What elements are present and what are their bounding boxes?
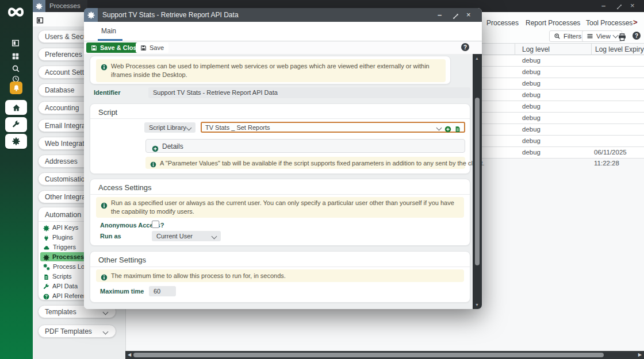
details-label: Details (162, 142, 183, 150)
question-circle-icon (43, 292, 49, 299)
script-section: Script Script Library TV Stats _ Set Rep… (90, 103, 470, 174)
other-settings-section: Other Settings The maximum time to allow… (90, 251, 470, 303)
view-button[interactable]: View (582, 30, 622, 42)
column-header-log-level[interactable]: Log level (522, 44, 550, 55)
scroll-left-icon[interactable]: ◀ (128, 351, 131, 359)
tools-wrench-button[interactable] (5, 117, 27, 132)
dialog-toolbar: Save & Close Save ? (84, 41, 482, 54)
app-tab-label: Processes (49, 0, 80, 12)
info-message: The maximum time to allow this process t… (96, 269, 464, 282)
info-icon (101, 272, 108, 282)
access-settings-section: Access Settings Run as a specified user … (90, 179, 470, 246)
plug-icon (43, 234, 49, 241)
automation-group-title[interactable]: Automation (45, 211, 81, 219)
anonymous-access-checkbox[interactable] (152, 221, 159, 228)
info-icon (101, 61, 108, 72)
other-settings-title: Other Settings (98, 256, 146, 264)
search-icon[interactable] (12, 63, 20, 74)
horizontal-scrollbar-thumb[interactable] (133, 353, 604, 357)
chevron-down-icon (103, 329, 109, 335)
search-plus-icon (554, 33, 561, 40)
info-message: Run as a specified user or always as the… (96, 197, 464, 218)
save-button[interactable]: Save (136, 43, 168, 53)
collapse-sidebar-icon[interactable] (36, 15, 44, 25)
print-icon[interactable] (618, 32, 627, 42)
dialog-scrollbar-thumb[interactable] (475, 98, 480, 265)
dialog-titlebar[interactable]: Support TV Stats - Retrieve Report API D… (84, 8, 482, 22)
dialog-minimize-button[interactable]: – (438, 10, 442, 19)
settings-gear-button[interactable] (5, 134, 27, 149)
dialog-tab-strip: Main (84, 22, 482, 41)
gear-icon (43, 224, 49, 231)
column-header-log-level-expiry[interactable]: Log level Expiry (595, 44, 644, 55)
window-maximize-button[interactable] (616, 2, 623, 10)
maximum-time-label: Maximum time (100, 288, 144, 295)
dialog-content: Web Processes can be used to implement w… (84, 54, 482, 309)
info-text: Web Processes can be used to implement w… (111, 62, 440, 79)
info-icon (101, 200, 108, 210)
divider (90, 194, 470, 195)
info-icon (150, 159, 156, 169)
plus-circle-icon (152, 143, 159, 153)
floppy-icon (91, 44, 97, 52)
help-icon[interactable]: ? (632, 32, 641, 40)
tab-tool-processes[interactable]: Tool Processes (586, 19, 632, 27)
gears-icon (43, 263, 50, 270)
identifier-value[interactable]: Support TV Stats - Retrieve Report API D… (148, 87, 470, 98)
chevron-down-icon (186, 125, 192, 131)
divider (90, 118, 470, 119)
sidebar-item-pdf-templates[interactable]: PDF Templates (38, 325, 116, 338)
window-minimize-button[interactable]: – (601, 2, 605, 10)
wrench-icon (43, 283, 49, 289)
gear-icon (43, 253, 49, 260)
info-message: Web Processes can be used to implement w… (96, 59, 446, 82)
home-button[interactable] (5, 100, 27, 115)
add-script-icon[interactable] (444, 124, 451, 133)
info-text: The maximum time to allow this process t… (111, 272, 456, 280)
access-settings-title: Access Settings (98, 183, 152, 192)
floppy-icon (140, 44, 147, 52)
info-card: Web Processes can be used to implement w… (90, 56, 451, 84)
window-panel-icon[interactable] (12, 37, 20, 48)
script-library-select[interactable]: Script Library (144, 122, 195, 133)
scroll-up-icon[interactable]: ▲ (475, 56, 479, 60)
chevron-down-icon (436, 125, 442, 131)
application-window: Processes – × Users & Security Preferenc… (0, 0, 644, 359)
info-text: A "Parameter Values" tab will be availab… (160, 159, 462, 168)
dialog-title: Support TV Stats - Retrieve Report API D… (102, 8, 239, 22)
run-as-label: Run as (100, 233, 121, 240)
dialog-close-button[interactable]: × (466, 10, 471, 19)
tab-report-processes[interactable]: Report Processes (526, 19, 580, 27)
cloud-icon (43, 244, 50, 250)
script-select[interactable]: TV Stats _ Set Reports (201, 122, 465, 133)
identifier-label: Identifier (94, 89, 120, 96)
run-as-select[interactable]: Current User (152, 231, 221, 241)
dialog-maximize-button[interactable] (452, 11, 459, 21)
tab-main[interactable]: Main (101, 27, 116, 35)
brand-logo-infinity-icon[interactable] (7, 6, 25, 18)
maximum-time-input[interactable]: 60 (149, 286, 176, 296)
app-tab-processes[interactable]: Processes (33, 0, 87, 12)
gear-icon (33, 0, 45, 12)
gear-icon (84, 8, 98, 22)
window-close-button[interactable]: × (630, 2, 635, 10)
apps-grid-icon[interactable] (12, 51, 20, 61)
scroll-down-icon[interactable]: ▼ (475, 303, 479, 307)
info-message: A "Parameter Values" tab will be availab… (145, 157, 465, 169)
process-editor-dialog: Support TV Stats - Retrieve Report API D… (84, 8, 482, 309)
active-tab-underline (98, 39, 122, 41)
chevron-down-icon (103, 310, 109, 315)
filters-button[interactable]: Filters (549, 30, 586, 42)
notifications-bell-icon[interactable] (10, 82, 22, 94)
tabs-overflow-icon[interactable]: > (633, 18, 638, 26)
script-section-title: Script (98, 108, 117, 117)
document-icon (43, 273, 49, 280)
details-expander[interactable]: Details (145, 139, 465, 153)
tab-processes[interactable]: Processes (486, 19, 519, 27)
help-icon[interactable]: ? (461, 43, 469, 51)
scroll-right-icon[interactable]: ▶ (638, 351, 642, 359)
list-icon (586, 33, 593, 40)
divider (90, 267, 470, 267)
info-text: Run as a specified user or always as the… (111, 199, 458, 216)
open-script-icon[interactable] (454, 124, 461, 133)
